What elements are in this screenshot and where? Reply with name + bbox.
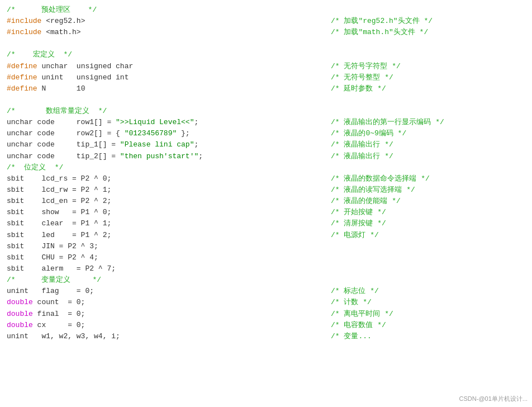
code-main: sbit lcd_rs = P2 ^ 0; [7, 173, 320, 184]
code-main: double count = 0; [7, 297, 320, 308]
code-comment: /* 延时参数 */ [320, 83, 525, 94]
code-main: /* 数组常量定义 */ [7, 106, 320, 117]
code-comment: /* 无符号字符型 */ [320, 61, 525, 72]
code-comment: /* 加载"reg52.h"头文件 */ [320, 16, 525, 27]
code-main: /* 宏定义 */ [7, 49, 320, 60]
code-line: /* 位定义 */ [7, 162, 525, 173]
code-main: /* 位定义 */ [7, 162, 320, 173]
code-line: sbit lcd_en = P2 ^ 2;/* 液晶的使能端 */ [7, 196, 525, 207]
code-line [7, 94, 525, 106]
code-main: unchar code tip_2[] = "then push'start'"… [7, 151, 320, 162]
code-main: sbit lcd_en = P2 ^ 2; [7, 196, 320, 207]
code-content: /* 预处理区 */#include <reg52.h>/* 加载"reg52.… [7, 4, 525, 342]
code-comment: /* 电容数值 */ [320, 320, 525, 331]
code-comment: /* 液晶的读写选择端 */ [320, 184, 525, 196]
code-line: sbit CHU = P2 ^ 4; [7, 252, 525, 263]
code-line: #define N 10/* 延时参数 */ [7, 83, 525, 94]
code-line: #define unchar unsigned char/* 无符号字符型 */ [7, 61, 525, 72]
code-line: sbit lcd_rw = P2 ^ 1;/* 液晶的读写选择端 */ [7, 184, 525, 196]
code-line [7, 38, 525, 49]
code-main: sbit show = P1 ^ 0; [7, 207, 320, 218]
code-comment: /* 标志位 */ [320, 286, 525, 297]
code-main: sbit JIN = P2 ^ 3; [7, 241, 320, 252]
code-main: unint flag = 0; [7, 286, 320, 297]
code-main: sbit CHU = P2 ^ 4; [7, 252, 320, 263]
code-editor: /* 预处理区 */#include <reg52.h>/* 加载"reg52.… [0, 0, 532, 407]
code-main: unchar code tip_1[] = "Please lini cap"; [7, 139, 320, 150]
code-line: unchar code row2[] = { "0123456789" };/*… [7, 128, 525, 139]
code-line: /* 变量定义 */ [7, 275, 525, 286]
code-main: #define N 10 [7, 83, 320, 94]
code-main: sbit clear = P1 ^ 1; [7, 218, 320, 229]
code-main: double final = 0; [7, 309, 320, 320]
code-comment: /* 离电平时间 */ [320, 309, 525, 320]
code-line: sbit alerm = P2 ^ 7; [7, 263, 525, 275]
code-main: #define unchar unsigned char [7, 61, 320, 72]
code-line: sbit led = P1 ^ 2;/* 电源灯 */ [7, 230, 525, 241]
code-line: unint flag = 0;/* 标志位 */ [7, 286, 525, 297]
code-comment: /* 无符号整型 */ [320, 72, 525, 83]
code-main: unchar code row2[] = { "0123456789" }; [7, 128, 320, 139]
code-line: sbit JIN = P2 ^ 3; [7, 241, 525, 252]
code-line: #include <reg52.h>/* 加载"reg52.h"头文件 */ [7, 16, 525, 27]
code-line: /* 宏定义 */ [7, 49, 525, 60]
code-line: /* 数组常量定义 */ [7, 106, 525, 117]
code-main: double cx = 0; [7, 320, 320, 331]
code-line: unint w1, w2, w3, w4, i;/* 变量... [7, 331, 525, 342]
code-line: double final = 0;/* 离电平时间 */ [7, 309, 525, 320]
code-main: unchar code row1[] = ">>Liquid Level<<"; [7, 117, 320, 128]
code-main: #include <math.h> [7, 27, 320, 38]
code-line: #include <math.h>/* 加载"math.h"头文件 */ [7, 27, 525, 38]
code-main: sbit lcd_rw = P2 ^ 1; [7, 184, 320, 196]
watermark: CSDN-@01单片机设计... [459, 394, 528, 404]
code-comment: /* 液晶输出行 */ [320, 151, 525, 162]
code-line: double cx = 0;/* 电容数值 */ [7, 320, 525, 331]
code-line: /* 预处理区 */ [7, 4, 525, 16]
code-main: sbit alerm = P2 ^ 7; [7, 263, 320, 275]
code-comment: /* 计数 */ [320, 297, 525, 308]
code-line: #define unint unsigned int/* 无符号整型 */ [7, 72, 525, 83]
code-comment: /* 加载"math.h"头文件 */ [320, 27, 525, 38]
code-line: sbit lcd_rs = P2 ^ 0;/* 液晶的数据命令选择端 */ [7, 173, 525, 184]
code-comment: /* 变量... [320, 331, 525, 342]
code-line: sbit show = P1 ^ 0;/* 开始按键 */ [7, 207, 525, 218]
code-line: sbit clear = P1 ^ 1;/* 清屏按键 */ [7, 218, 525, 229]
code-comment: /* 液晶输出行 */ [320, 139, 525, 150]
code-main: /* 变量定义 */ [7, 275, 320, 286]
code-line: unchar code tip_2[] = "then push'start'"… [7, 151, 525, 162]
code-comment: /* 电源灯 */ [320, 230, 525, 241]
code-comment: /* 清屏按键 */ [320, 218, 525, 229]
code-main: #define unint unsigned int [7, 72, 320, 83]
code-line: unchar code tip_1[] = "Please lini cap";… [7, 139, 525, 150]
code-main: sbit led = P1 ^ 2; [7, 230, 320, 241]
code-comment: /* 液晶输出的第一行显示编码 */ [320, 117, 525, 128]
code-comment: /* 开始按键 */ [320, 207, 525, 218]
code-main: unint w1, w2, w3, w4, i; [7, 331, 320, 342]
code-comment: /* 液晶的使能端 */ [320, 196, 525, 207]
code-line: double count = 0;/* 计数 */ [7, 297, 525, 308]
code-line: unchar code row1[] = ">>Liquid Level<<";… [7, 117, 525, 128]
code-comment: /* 液晶的数据命令选择端 */ [320, 173, 525, 184]
code-main: #include <reg52.h> [7, 16, 320, 27]
code-main: /* 预处理区 */ [7, 4, 320, 16]
code-comment: /* 液晶的0~9编码 */ [320, 128, 525, 139]
